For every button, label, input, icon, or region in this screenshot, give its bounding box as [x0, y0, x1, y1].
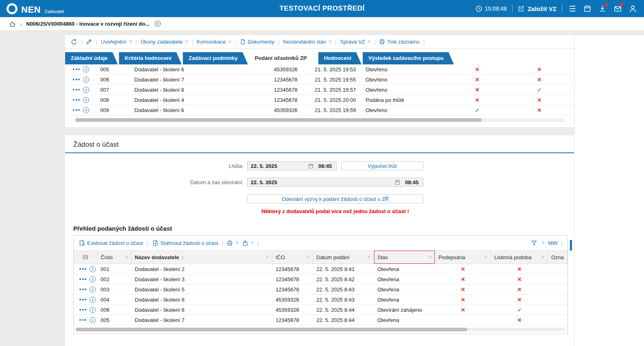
opening-date-value[interactable]: 22. 5. 2025 — [248, 179, 393, 185]
calculate-deadlines-button[interactable]: Výpočet lhůt — [341, 161, 423, 170]
horizontal-scrollbar[interactable] — [76, 328, 565, 331]
filter-dropdown-icon[interactable]: ▽ — [482, 256, 487, 259]
filter-dropdown-icon[interactable]: ▽ — [366, 256, 370, 259]
scrollbar-thumb[interactable] — [75, 118, 482, 122]
menu-dokumenty[interactable]: Dokumenty — [240, 39, 274, 45]
opening-datetime-input[interactable]: 22. 5. 2025 08:45 — [247, 178, 423, 187]
menu-sprava-vz[interactable]: Správa VZ▽ — [340, 39, 370, 45]
table-row[interactable]: 009 Dodavatel - školení 6 45359326 21. 5… — [67, 105, 574, 115]
nen-logo[interactable]: NEN Zadavatel — [7, 3, 64, 14]
row-info-icon[interactable] — [90, 286, 96, 293]
table-row[interactable]: 004 Dodavatel - školení 6 45359326 22. 5… — [74, 295, 567, 305]
view-selector[interactable]: MW — [548, 240, 558, 246]
menu-komunikace[interactable]: Komunikace▽ — [197, 39, 231, 45]
tab-item[interactable]: Výsledek zadávacího postupu — [363, 52, 454, 64]
row-menu-icon[interactable] — [79, 289, 86, 290]
filter-dropdown-icon[interactable]: ▽ — [539, 256, 544, 259]
create-vz-button[interactable]: Založit VZ — [518, 5, 556, 12]
downloads-icon[interactable] — [598, 4, 607, 13]
filter-dropdown-icon[interactable]: ▽ — [264, 256, 269, 259]
row-info-icon[interactable] — [90, 307, 96, 313]
row-menu-icon[interactable] — [73, 109, 80, 111]
tab-item[interactable]: Podání účastníků ZP — [249, 52, 317, 64]
table-row[interactable]: 005 Dodavatel - školení 6 45359326 21. 5… — [67, 64, 574, 75]
filter-dropdown-icon[interactable]: ▽ — [123, 256, 128, 259]
tab-item[interactable]: Hodnocení — [318, 52, 361, 64]
close-record-icon[interactable] — [154, 20, 161, 27]
menu-uverejneni[interactable]: Uveřejnění▽ — [101, 39, 132, 45]
vertical-scrollbar-thumb[interactable] — [570, 240, 572, 251]
register-request-button[interactable]: Evidovat žádost o účast — [79, 240, 143, 246]
menu-tisk-zaznamu[interactable]: Tisk záznamu — [379, 39, 420, 45]
row-menu-icon[interactable] — [79, 268, 86, 270]
row-info-icon[interactable] — [90, 276, 96, 282]
filter-dropdown-icon[interactable]: ▽ — [304, 256, 309, 259]
column-header-datum-podani[interactable]: Datum podání▽ — [313, 251, 374, 264]
dropdown-icon[interactable]: ▽ — [542, 241, 544, 245]
table-row[interactable]: 006 Dodavatel - školení 7 12345678 21. 5… — [67, 75, 574, 85]
deadline-date-value[interactable]: 22. 5. 2025 — [248, 163, 307, 169]
column-header-listinna-podoba[interactable]: Listinná podoba▽ — [491, 251, 548, 264]
row-info-icon[interactable] — [83, 107, 89, 113]
table-row[interactable]: 003 Dodavatel - školení 5 12345678 22. 5… — [74, 284, 567, 295]
column-header-oznaceni[interactable]: Označe — [548, 251, 567, 264]
user-profile-icon[interactable] — [628, 4, 637, 13]
tab-item[interactable]: Kritéria hodnocení — [119, 52, 182, 64]
download-requests-button[interactable]: Stáhnout žádosti o účast — [152, 240, 218, 246]
column-settings-header[interactable] — [74, 251, 97, 264]
row-menu-icon[interactable] — [79, 319, 86, 321]
row-info-icon[interactable] — [83, 77, 89, 83]
row-info-icon[interactable] — [83, 87, 89, 93]
filter-dropdown-icon[interactable]: ▽ — [427, 256, 432, 259]
edit-icon[interactable] — [86, 39, 92, 45]
table-row[interactable]: 006 Dodavatel - školení 6 45359326 22. 5… — [74, 305, 567, 315]
tab-item[interactable]: Základní údaje — [65, 52, 118, 64]
send-invitation-button[interactable]: Odeslání výzvy k podání žádosti o účast … — [247, 194, 423, 203]
table-row[interactable]: 007 Dodavatel - školení 8 12345678 21. 5… — [67, 85, 574, 95]
column-header-cislo[interactable]: Číslo▽ — [97, 251, 131, 264]
deadline-datetime-input[interactable]: 22. 5. 2025 08:45 — [247, 161, 337, 170]
filter-icon[interactable] — [531, 240, 537, 246]
notification-badge — [620, 3, 623, 6]
row-info-icon[interactable] — [83, 97, 89, 103]
column-header-stav[interactable]: Stav▽ — [374, 251, 435, 264]
calendar-picker-icon[interactable] — [308, 163, 313, 169]
row-info-icon[interactable] — [90, 297, 96, 303]
row-info-icon[interactable] — [83, 66, 89, 73]
calendar-icon[interactable] — [583, 4, 592, 13]
row-menu-icon[interactable] — [79, 299, 86, 300]
tab-item[interactable]: Zadávací podmínky — [183, 52, 248, 64]
scrollbar-thumb[interactable] — [76, 328, 467, 331]
table-row[interactable]: 005 Dodavatel - školení 7 12345678 22. 5… — [74, 315, 567, 325]
export-menu-button[interactable]: ▽ — [242, 240, 254, 246]
home-icon[interactable] — [9, 21, 16, 27]
table-row[interactable]: 001 Dodavatel - školení 2 12345678 22. 5… — [74, 264, 567, 274]
column-header-nazev-dodavatele[interactable]: Název dodavatele↑▽ — [131, 251, 272, 264]
menu-icon[interactable]: ☰ — [567, 4, 577, 13]
refresh-icon[interactable] — [71, 39, 77, 45]
row-info-icon[interactable] — [90, 266, 96, 272]
column-header-ico[interactable]: IČO▽ — [272, 251, 313, 264]
row-info-icon[interactable] — [90, 317, 96, 323]
table-row[interactable]: 008 Dodavatel - školení 4 12345678 21. 5… — [67, 95, 574, 105]
row-menu-icon[interactable] — [79, 278, 86, 280]
horizontal-scrollbar[interactable] — [75, 118, 565, 122]
calendar-picker-icon[interactable] — [395, 180, 400, 185]
menu-nestandardni-stav[interactable]: Nestandardní stav▽ — [283, 39, 331, 45]
breadcrumb-record-item[interactable]: N006/25/V00004860 - Inovace v rozvoji ří… — [26, 21, 149, 27]
row-menu-icon[interactable] — [73, 89, 80, 90]
print-menu-button[interactable]: ▽ — [227, 240, 238, 246]
table-row[interactable]: 002 Dodavatel - školení 3 12345678 22. 5… — [74, 274, 567, 284]
row-menu-icon[interactable] — [79, 309, 86, 311]
menu-ukony-zadavatele[interactable]: Úkony zadavatele▽ — [140, 39, 188, 45]
row-menu-icon[interactable] — [73, 99, 80, 101]
row-menu-icon[interactable] — [73, 68, 80, 70]
row-menu-icon[interactable] — [73, 79, 80, 80]
deadline-time-value[interactable]: 08:45 — [315, 163, 336, 169]
cell-supplier-name: Dodavatel - školení 2 — [131, 266, 272, 272]
messages-icon[interactable] — [613, 4, 622, 13]
column-header-podepsana[interactable]: Podepsána▽ — [435, 251, 491, 264]
cell-ico: 45359326 — [272, 307, 313, 313]
opening-time-value[interactable]: 08:45 — [402, 179, 423, 185]
sort-asc-icon[interactable]: ↑ — [181, 254, 184, 260]
